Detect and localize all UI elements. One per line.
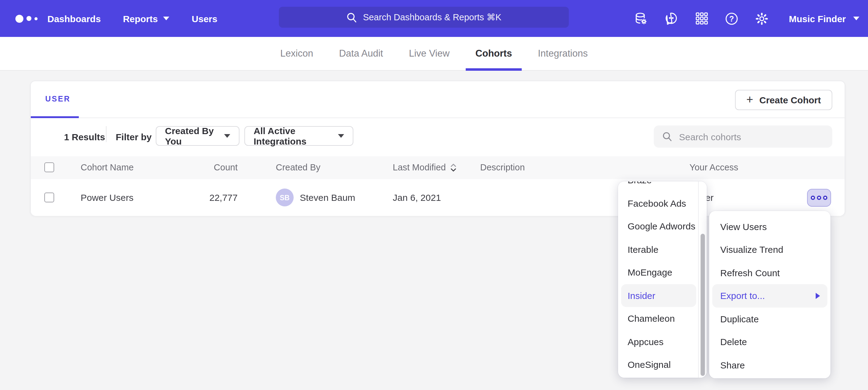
- section-tabs: Lexicon Data Audit Live View Cohorts Int…: [0, 37, 868, 70]
- global-search-placeholder: Search Dashboards & Reports ⌘K: [363, 12, 501, 22]
- data-management-icon[interactable]: [634, 11, 649, 26]
- column-created-by: Created By: [276, 163, 320, 172]
- dot-icon: [817, 196, 821, 200]
- cohort-name-link[interactable]: Power Users: [81, 192, 133, 203]
- navbar-actions: ? Music Finder: [634, 0, 859, 37]
- created-by-cell: SB Steven Baum: [276, 189, 355, 206]
- chevron-down-icon: [853, 17, 859, 20]
- settings-icon[interactable]: [755, 11, 769, 26]
- top-navbar: Dashboards Reports Users Search Dashboar…: [0, 0, 868, 37]
- project-switcher[interactable]: Music Finder: [789, 13, 859, 24]
- nav-reports[interactable]: Reports: [123, 13, 169, 24]
- mixpanel-logo-icon[interactable]: [16, 14, 42, 23]
- row-actions-menu: View Users Visualize Trend Refresh Count…: [709, 211, 831, 378]
- menu-item-delete[interactable]: Delete: [709, 330, 831, 353]
- create-cohort-button[interactable]: + Create Cohort: [735, 90, 832, 110]
- column-count: Count: [142, 163, 238, 172]
- chevron-down-icon: [163, 17, 169, 20]
- menu-item-export-to-label: Export to...: [720, 291, 765, 301]
- submenu-item-appcues[interactable]: Appcues: [618, 330, 699, 353]
- column-last-modified-label: Last Modified: [393, 163, 446, 172]
- filter-row: 1 Results Filter by Created By You All A…: [30, 118, 844, 156]
- scrollbar-track[interactable]: [698, 182, 706, 378]
- search-icon: [346, 12, 357, 23]
- dot-icon: [811, 196, 815, 200]
- last-modified-cell: Jan 6, 2021: [393, 192, 441, 203]
- plus-icon: +: [746, 93, 753, 105]
- row-checkbox[interactable]: [44, 193, 54, 202]
- filter-by-label: Filter by: [116, 131, 152, 142]
- more-actions-button[interactable]: [807, 189, 831, 207]
- menu-item-visualize-trend[interactable]: Visualize Trend: [709, 238, 831, 261]
- menu-item-refresh-count[interactable]: Refresh Count: [709, 261, 831, 284]
- integrations-filter[interactable]: All Active Integrations: [244, 126, 353, 145]
- integrations-filter-value: All Active Integrations: [254, 125, 332, 146]
- primary-nav: Dashboards Reports Users: [48, 13, 217, 24]
- export-submenu: Braze Facebook Ads Google Adwords Iterab…: [618, 182, 706, 378]
- menu-item-export-to[interactable]: Export to...: [712, 284, 827, 307]
- results-count: 1 Results: [64, 131, 105, 142]
- submenu-item-moengage[interactable]: MoEngage: [618, 261, 699, 284]
- chevron-down-icon: [224, 134, 230, 137]
- help-icon[interactable]: ?: [725, 11, 739, 26]
- search-icon: [662, 132, 672, 141]
- column-your-access: Your Access: [689, 163, 738, 172]
- nav-users[interactable]: Users: [192, 13, 217, 24]
- tab-lexicon[interactable]: Lexicon: [280, 37, 313, 70]
- select-all-checkbox[interactable]: [44, 163, 54, 172]
- table-header: Cohort Name Count Created By Last Modifi…: [30, 156, 844, 179]
- submenu-item-google-adwords[interactable]: Google Adwords: [618, 215, 699, 238]
- app-root: Dashboards Reports Users Search Dashboar…: [0, 0, 868, 390]
- create-cohort-label: Create Cohort: [760, 94, 821, 105]
- created-by-filter-value: Created By You: [165, 125, 218, 146]
- project-name: Music Finder: [789, 13, 846, 24]
- avatar: SB: [276, 189, 293, 206]
- export-submenu-list: Braze Facebook Ads Google Adwords Iterab…: [618, 182, 706, 376]
- submenu-item-iterable[interactable]: Iterable: [618, 238, 699, 261]
- apps-grid-icon[interactable]: [695, 11, 709, 26]
- column-description: Description: [480, 163, 525, 172]
- tab-cohorts[interactable]: Cohorts: [475, 37, 512, 70]
- chevron-down-icon: [338, 134, 344, 137]
- cohorts-panel: USER + Create Cohort 1 Results Filter by…: [30, 80, 845, 216]
- cohort-search-input[interactable]: Search cohorts: [654, 126, 832, 148]
- panel-tab-strip: USER + Create Cohort: [30, 81, 844, 118]
- submenu-item-onesignal[interactable]: OneSignal: [618, 353, 699, 376]
- submenu-item-insider[interactable]: Insider: [621, 284, 696, 307]
- tab-user[interactable]: USER: [45, 94, 70, 103]
- table-row: Power Users 22,777 SB Steven Baum Jan 6,…: [30, 179, 844, 216]
- submenu-item-chameleon[interactable]: Chameleon: [618, 307, 699, 330]
- created-by-filter[interactable]: Created By You: [156, 126, 240, 145]
- dot-icon: [823, 196, 827, 200]
- tab-integrations[interactable]: Integrations: [538, 37, 588, 70]
- nav-dashboards[interactable]: Dashboards: [48, 13, 101, 24]
- submenu-arrow-icon: [816, 293, 820, 299]
- menu-item-duplicate[interactable]: Duplicate: [709, 307, 831, 330]
- tab-live-view[interactable]: Live View: [409, 37, 450, 70]
- global-search-input[interactable]: Search Dashboards & Reports ⌘K: [279, 7, 569, 28]
- submenu-item-braze[interactable]: Braze: [618, 182, 699, 192]
- divider: [106, 126, 106, 142]
- menu-item-view-users[interactable]: View Users: [709, 215, 831, 238]
- cohort-search-placeholder: Search cohorts: [679, 131, 741, 142]
- submenu-item-facebook-ads[interactable]: Facebook Ads: [618, 192, 699, 215]
- svg-text:?: ?: [730, 14, 734, 23]
- tab-data-audit[interactable]: Data Audit: [339, 37, 383, 70]
- column-cohort-name: Cohort Name: [81, 163, 133, 172]
- menu-item-share[interactable]: Share: [709, 353, 831, 377]
- cohort-count: 22,777: [142, 192, 238, 203]
- feedback-icon[interactable]: [664, 11, 679, 26]
- sort-icon: [450, 163, 457, 172]
- nav-reports-label: Reports: [123, 13, 158, 24]
- created-by-name: Steven Baum: [300, 192, 355, 203]
- column-last-modified[interactable]: Last Modified: [393, 163, 457, 172]
- scrollbar-thumb[interactable]: [700, 234, 705, 376]
